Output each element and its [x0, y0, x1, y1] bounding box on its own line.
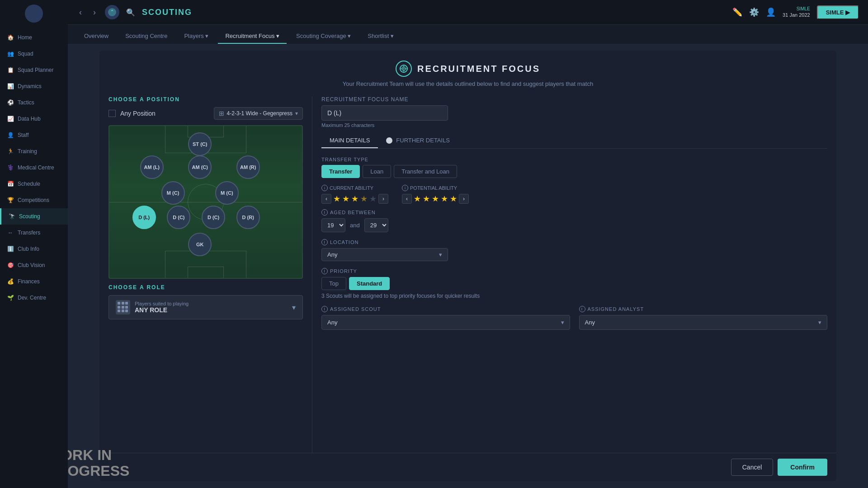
priority-standard-btn[interactable]: Standard [349, 277, 390, 290]
priority-info-icon[interactable]: i [321, 268, 328, 274]
analyst-info-icon[interactable]: i [579, 306, 585, 312]
datahub-icon: 📈 [7, 115, 14, 122]
sidebar-item-devcentre[interactable]: 🌱 Dev. Centre [0, 290, 68, 306]
sidebar-item-dynamics[interactable]: 📊 Dynamics [0, 78, 68, 94]
potential-ability-label: i POTENTIAL ABILITY [402, 185, 469, 191]
sidebar-item-squad-planner[interactable]: 📋 Squad Planner [0, 62, 68, 78]
tab-further-details[interactable]: FURTHER DETAILS [378, 133, 458, 148]
position-btn-dl[interactable]: D (L) [132, 206, 156, 229]
position-btn-mc2[interactable]: M (C) [215, 181, 239, 205]
date-display: SIMLE 31 Jan 2022 [783, 6, 810, 18]
transfer-type-section: TRANSFER TYPE Transfer Loan Transfer and… [321, 157, 827, 178]
tab-recruitment-focus[interactable]: Recruitment Focus ▾ [218, 29, 287, 44]
priority-top-btn[interactable]: Top [321, 277, 346, 290]
sidebar-item-label: Scouting [19, 213, 40, 220]
tab-scouting-coverage[interactable]: Scouting Coverage ▾ [289, 29, 358, 44]
choose-role-label: CHOOSE A ROLE [108, 284, 303, 291]
formation-label: 4-2-3-1 Wide - Gegenpress [227, 110, 292, 117]
position-btn-dr[interactable]: D (R) [236, 206, 260, 229]
location-info-icon[interactable]: i [321, 239, 328, 245]
transfer-btn[interactable]: Transfer [321, 165, 360, 178]
analyst-value: Any [585, 319, 595, 326]
tab-overview[interactable]: Overview [77, 29, 116, 44]
position-btn-amr[interactable]: AM (R) [236, 155, 260, 179]
nav-forward-button[interactable]: › [91, 5, 98, 19]
nav-back-button[interactable]: ‹ [77, 5, 84, 19]
tab-players[interactable]: Players ▾ [177, 29, 216, 44]
current-ability-info-icon[interactable]: i [321, 185, 328, 191]
recruitment-focus-panel: RECRUITMENT FOCUS Your Recruitment Team … [99, 51, 836, 481]
transfers-icon: ↔️ [7, 229, 14, 236]
location-dropdown[interactable]: Any ▾ [321, 248, 448, 261]
sidebar-item-scouting[interactable]: 🔭 Scouting [0, 208, 68, 225]
rf-body: CHOOSE A POSITION Any Position ⊞ 4-2-3-1… [99, 92, 836, 453]
current-ability-prev[interactable]: ‹ [321, 194, 331, 204]
scout-analyst-row: i ASSIGNED SCOUT Any ▾ i ASSIGNED ANALYS… [321, 306, 827, 330]
potential-ability-prev[interactable]: ‹ [402, 194, 412, 204]
position-btn-dc1[interactable]: D (C) [167, 206, 190, 229]
sidebar-item-squad[interactable]: 👥 Squad [0, 46, 68, 62]
aged-between-info-icon[interactable]: i [321, 209, 328, 216]
formation-dropdown[interactable]: ⊞ 4-2-3-1 Wide - Gegenpress ▾ [214, 107, 303, 120]
sidebar-item-schedule[interactable]: 📅 Schedule [0, 176, 68, 192]
continue-button[interactable]: SIMLE ▶ [817, 5, 859, 19]
current-ability-next[interactable]: › [378, 194, 388, 204]
sidebar-item-transfers[interactable]: ↔️ Transfers [0, 225, 68, 241]
main-content: RECRUITMENT FOCUS Your Recruitment Team … [68, 44, 868, 488]
sidebar-item-training[interactable]: 🏃 Training [0, 143, 68, 160]
location-section: i LOCATION Any ▾ [321, 239, 827, 261]
sidebar-item-home[interactable]: 🏠 Home [0, 29, 68, 46]
sidebar-item-staff[interactable]: 👤 Staff [0, 127, 68, 143]
location-value: Any [327, 251, 337, 258]
aged-between-label: i AGED BETWEEN [321, 209, 827, 216]
sidebar-item-tactics[interactable]: ⚽ Tactics [0, 94, 68, 111]
sidebar-item-finances[interactable]: 💰 Finances [0, 273, 68, 290]
tab-scouting-centre[interactable]: Scouting Centre [118, 29, 175, 44]
sidebar-item-clubvision[interactable]: 🎯 Club Vision [0, 257, 68, 273]
scout-info-icon[interactable]: i [321, 306, 328, 312]
sidebar-item-datahub[interactable]: 📈 Data Hub [0, 111, 68, 127]
goal-box-bottom [188, 267, 224, 278]
location-chevron-icon: ▾ [439, 251, 442, 258]
position-btn-dc2[interactable]: D (C) [202, 206, 225, 229]
user-icon[interactable]: 👤 [766, 7, 776, 17]
sidebar-item-label: Home [18, 34, 32, 41]
search-icon[interactable]: 🔍 [126, 8, 135, 17]
sidebar-item-competitions[interactable]: 🏆 Competitions [0, 192, 68, 208]
transfer-and-loan-btn[interactable]: Transfer and Loan [394, 165, 457, 178]
position-btn-stc[interactable]: ST (C) [188, 132, 212, 156]
position-btn-amc[interactable]: AM (C) [188, 155, 212, 179]
focus-name-input[interactable] [321, 105, 448, 121]
any-position-checkbox[interactable] [108, 110, 116, 117]
sidebar-item-clubinfo[interactable]: ℹ️ Club Info [0, 241, 68, 257]
further-details-dot [386, 137, 392, 144]
potential-ability-stars: ‹ ★ ★ ★ ★ ★ › [402, 194, 469, 204]
edit-icon[interactable]: ✏️ [732, 7, 742, 17]
cancel-button[interactable]: Cancel [731, 459, 774, 476]
sidebar-item-label: Squad [18, 51, 33, 57]
sidebar-logo [25, 5, 43, 23]
topbar-right: ✏️ ⚙️ 👤 SIMLE 31 Jan 2022 SIMLE ▶ [732, 5, 859, 19]
role-dropdown[interactable]: Players suited to playing ANY ROLE ▾ [108, 295, 303, 319]
potential-ability-info-icon[interactable]: i [402, 185, 408, 191]
position-btn-mc1[interactable]: M (C) [161, 181, 185, 205]
settings-icon[interactable]: ⚙️ [749, 7, 759, 17]
tab-main-details[interactable]: MAIN DETAILS [321, 133, 378, 148]
potential-ability-next[interactable]: › [459, 194, 469, 204]
max-age-select[interactable]: 29 303132 [364, 218, 388, 232]
sidebar-item-label: Club Info [18, 246, 39, 252]
sidebar-item-medical[interactable]: ⚕️ Medical Centre [0, 160, 68, 176]
sidebar-item-label: Tactics [18, 99, 34, 106]
loan-btn[interactable]: Loan [363, 165, 391, 178]
tabs-row: Overview Scouting Centre Players ▾ Recru… [68, 25, 868, 44]
position-btn-gk[interactable]: GK [188, 233, 212, 256]
scout-dropdown[interactable]: Any ▾ [321, 315, 570, 330]
tab-shortlist[interactable]: Shortlist ▾ [360, 29, 401, 44]
topbar: ‹ › 🔍 SCOUTING ✏️ ⚙️ 👤 SIMLE 31 Jan 2022… [68, 0, 868, 25]
position-btn-aml[interactable]: AM (L) [140, 155, 164, 179]
confirm-button[interactable]: Confirm [778, 459, 827, 476]
age-and-label: and [350, 222, 360, 229]
min-age-select[interactable]: 19 202122 [321, 218, 345, 232]
analyst-dropdown[interactable]: Any ▾ [579, 315, 828, 330]
formation-icon: ⊞ [219, 110, 224, 117]
